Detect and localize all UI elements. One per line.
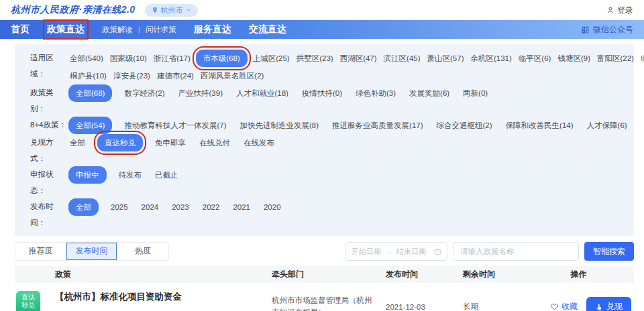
filter-option[interactable]: 2023 [170,198,191,216]
tab-publish-time[interactable]: 发布时间 [66,243,117,260]
filter-label: 申报状态： [30,166,68,198]
filter-option[interactable]: 2020 [262,198,282,216]
filter-option[interactable]: 市本级(68) [196,50,248,67]
filter-option[interactable]: 浙江省(17) [152,50,192,67]
filter-option[interactable]: 推进服务业高质量发展(17) [331,117,424,134]
location-pin-icon [152,7,158,13]
header-policy: 政策 [15,269,272,280]
nav-policy-direct[interactable]: 政策直达 [47,23,85,36]
filter-option[interactable]: 免申即享 [154,134,187,151]
nav-service-direct[interactable]: 服务直达 [194,23,231,36]
filter-option[interactable]: 全部(54) [68,117,112,134]
city-name: 杭州市 [161,5,183,15]
filter-options-line: 全部(54)推动教育科技人才一体发展(7)加快先进制造业发展(8)推进服务业高质… [68,117,623,134]
login-label: 登录 [617,5,633,16]
filter-option[interactable]: 余杭区(131) [469,50,513,67]
nav-home[interactable]: 首页 [11,23,30,36]
main-nav: 首页 政策直达 政策解读 | 问计求策 服务直达 交流直达 微信公众号 [0,20,644,39]
filter-options-line: 桐庐县(10)淳安县(23)建德市(24)西湖风景名胜区(2) [68,67,623,84]
wechat-label: 微信公众号 [593,24,633,36]
filter-option[interactable]: 西湖区(47) [339,50,378,67]
filter-row-84policy: 8+4政策： 全部(54)推动教育科技人才一体发展(7)加快先进制造业发展(8)… [30,117,623,134]
filter-row-publish-time: 发布时间： 全部202520242023202220212020 [30,198,623,231]
filter-option[interactable]: 国家级(10) [109,50,148,67]
nav-ask-for-policy[interactable]: 问计求策 [146,25,176,35]
filter-option[interactable]: 加快先进制造业发展(8) [239,117,321,134]
filter-option[interactable]: 人才保障(6) [586,117,629,134]
login-button[interactable]: 登录 [606,5,633,16]
policy-row: 直达 秒兑 【杭州市】标准化项目资助资金 兑现记录 882 浏览 [15,283,634,311]
lead-department: 杭州市市场监督管理局（杭州市知识产权局） [272,295,386,311]
filter-option[interactable]: 2024 [140,198,160,216]
filter-option[interactable]: 西湖风景名胜区(2) [199,67,266,84]
filter-option[interactable]: 上城区(25) [252,50,291,67]
filter-option[interactable]: 申报中 [68,166,107,184]
filter-option[interactable]: 临安区(21) [639,50,644,67]
header-remaining-time: 剩余时间 [463,269,523,280]
filter-options-line: 全部202520242023202220212020 [68,198,623,216]
filter-label: 政策类别： [30,84,68,117]
filter-option[interactable]: 全部(68) [68,84,112,102]
tap-hand-icon [595,303,603,311]
user-icon [606,6,614,14]
filter-option[interactable]: 在线发布 [242,134,276,151]
filter-option[interactable]: 2021 [231,198,252,216]
filter-options-line: 全部直达秒兑免申即享在线兑付在线发布 [68,134,623,151]
filter-option[interactable]: 全部 [68,198,99,216]
filter-option[interactable]: 在线兑付 [198,134,231,151]
city-selector[interactable]: 杭州市 [145,4,198,17]
filter-option[interactable]: 钱塘区(9) [556,50,592,67]
favorite-label: 收藏 [561,301,578,311]
filter-options-line: 全部(540)国家级(10)浙江省(17)市本级(68)上城区(25)拱墅区(2… [68,50,623,67]
remaining-time: 长期 [463,302,523,311]
filter-option[interactable]: 全部(540) [68,50,105,67]
filter-option[interactable]: 全部 [68,134,87,151]
policy-search-input[interactable] [453,242,579,261]
redeem-button[interactable]: 兑现 [586,297,631,311]
filter-option[interactable]: 数字经济(2) [123,84,166,102]
toolbar-right: 开始日期 → 结束日期 智能搜索 [345,242,634,261]
header-actions: 操作 [523,269,634,280]
redeem-label: 兑现 [606,301,623,311]
filter-option[interactable]: 待发布 [117,166,144,184]
filter-option[interactable]: 建德市(24) [156,67,195,84]
sort-search-toolbar: 推荐度 发布时间 热度 开始日期 → 结束日期 智能搜索 [15,242,634,261]
filter-option[interactable]: 发展奖励(6) [408,84,451,102]
row-actions: 收藏 兑现 [523,297,634,311]
filter-option[interactable]: 已截止 [154,166,180,184]
filter-option[interactable]: 产业扶持(39) [177,84,224,102]
filter-option[interactable]: 两新(0) [462,84,489,102]
favorite-button[interactable]: 收藏 [550,301,578,311]
filter-option[interactable]: 人才和就业(18) [235,84,290,102]
filter-row-category: 政策类别： 全部(68)数字经济(2)产业扶持(39)人才和就业(18)疫情扶持… [30,84,623,117]
filter-option[interactable]: 绿色补助(3) [354,84,397,102]
tab-popularity[interactable]: 热度 [117,243,168,260]
filter-option[interactable]: 直达秒兑 [97,134,143,151]
tab-recommendation[interactable]: 推荐度 [15,243,66,260]
wechat-official-account-link[interactable]: 微信公众号 [581,24,633,36]
filter-options-block: 全部(540)国家级(10)浙江省(17)市本级(68)上城区(25)拱墅区(2… [68,50,623,84]
smart-search-button[interactable]: 智能搜索 [584,242,634,261]
filter-option[interactable]: 滨江区(45) [382,50,422,67]
filter-options-line: 申报中待发布已截止 [68,166,623,184]
filter-option[interactable]: 综合交通枢纽(2) [435,117,494,134]
filter-option[interactable]: 临平区(6) [517,50,553,67]
filter-option[interactable]: 萧山区(57) [426,50,466,67]
nav-policy-interpretation[interactable]: 政策解读 [102,25,133,35]
filter-option[interactable]: 疫情扶持(0) [301,84,343,102]
filter-row-redeem-method: 兑现方式： 全部直达秒兑免申即享在线兑付在线发布 [30,134,623,166]
filter-label: 兑现方式： [30,134,68,166]
filter-option[interactable]: 2022 [201,198,221,216]
filter-option[interactable]: 保障和改善民生(14) [504,117,575,134]
filter-option[interactable]: 拱墅区(23) [295,50,335,67]
header-lead-department: 牵头部门 [272,269,386,280]
sort-tabs: 推荐度 发布时间 热度 [15,242,169,261]
date-range-picker[interactable]: 开始日期 → 结束日期 [345,242,447,261]
policy-title-link[interactable]: 【杭州市】标准化项目资助资金 [55,291,182,303]
filter-option[interactable]: 2025 [109,198,129,216]
nav-exchange-direct[interactable]: 交流直达 [249,23,286,36]
filter-option[interactable]: 淳安县(23) [112,67,152,84]
filter-option[interactable]: 桐庐县(10) [68,67,108,84]
filter-option[interactable]: 推动教育科技人才一体发展(7) [123,117,227,134]
filter-option[interactable]: 富阳区(22) [596,50,635,67]
